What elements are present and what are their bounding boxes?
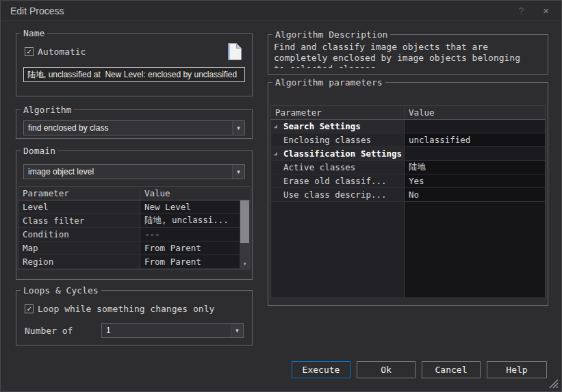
check-icon: ✓ xyxy=(27,305,31,313)
algorithm-description-text: Find and classify image objects that are… xyxy=(274,42,531,68)
resize-grip[interactable] xyxy=(549,379,559,389)
empty-parameter-column xyxy=(271,202,405,298)
name-row: ✓ Automatic xyxy=(25,42,245,61)
parameter-cell: Map xyxy=(18,241,140,255)
domain-group: Domain image object level ▼ Parameter Va… xyxy=(16,146,253,280)
group-header-cell: ◢ Search Settings xyxy=(271,120,405,133)
table-row[interactable]: Use class descrip... No xyxy=(271,188,545,202)
table-row[interactable]: Condition --- xyxy=(18,228,240,241)
titlebar[interactable]: Edit Process ? × xyxy=(1,1,561,21)
check-icon: ✓ xyxy=(27,48,31,55)
parameter-cell: Level xyxy=(18,200,140,214)
chevron-down-icon: ▼ xyxy=(231,324,243,337)
name-group-label: Name xyxy=(21,28,47,38)
expand-triangle-icon[interactable]: ◢ xyxy=(274,151,281,157)
number-of-row: Number of 1 ▼ xyxy=(25,323,244,338)
domain-table-header: Parameter Value xyxy=(18,187,250,200)
description-group-label: Algorithm Description xyxy=(272,29,390,40)
help-icon[interactable]: ? xyxy=(518,5,524,16)
empty-value-column xyxy=(405,202,545,298)
column-header-parameter: Parameter xyxy=(18,187,140,200)
value-cell: --- xyxy=(140,228,240,241)
scroll-down-icon: ▼ xyxy=(243,261,246,267)
table-row[interactable]: Enclosing classes unclassified xyxy=(271,133,545,147)
process-name-input[interactable] xyxy=(23,67,245,82)
group-header-label: Search Settings xyxy=(283,121,361,131)
domain-table-body: Level New Level Class filter 陆地, unclass… xyxy=(18,200,250,269)
number-of-select[interactable]: 1 ▼ xyxy=(101,323,244,338)
name-group: Name ✓ Automatic xyxy=(16,28,253,96)
parameters-table-header: Parameter Value xyxy=(271,106,545,120)
number-of-label: Number of xyxy=(25,326,101,336)
help-button[interactable]: Help xyxy=(487,361,547,378)
algorithm-select[interactable]: find enclosed by class ▼ xyxy=(23,120,245,135)
domain-select[interactable]: image object level ▼ xyxy=(23,164,245,179)
vertical-scrollbar[interactable]: ▼ xyxy=(240,200,250,269)
value-cell: 陆地 xyxy=(405,161,545,174)
parameter-cell: Class filter xyxy=(18,214,140,228)
domain-group-label: Domain xyxy=(21,146,58,156)
parameter-cell: Condition xyxy=(18,228,140,241)
algorithm-group-label: Algorithm xyxy=(21,105,74,115)
loop-checkbox[interactable]: ✓ Loop while something changes only xyxy=(25,304,244,314)
parameter-cell: Active classes xyxy=(271,161,405,174)
parameters-table: Parameter Value ◢ Search Settings Enclos… xyxy=(270,105,546,298)
algorithm-description-group: Algorithm Description Find and classify … xyxy=(268,29,548,75)
loops-group: Loops & Cycles ✓ Loop while something ch… xyxy=(16,285,253,345)
value-cell: 陆地, unclassi... xyxy=(140,214,240,228)
parameter-cell: Region xyxy=(18,255,140,269)
number-of-value: 1 xyxy=(102,324,231,337)
value-cell xyxy=(405,120,545,133)
value-cell: No xyxy=(405,188,545,202)
ok-button[interactable]: Ok xyxy=(357,361,416,378)
parameter-cell: Enclosing classes xyxy=(271,133,405,147)
domain-selected-value: image object level xyxy=(24,165,232,179)
scrollbar-thumb[interactable] xyxy=(240,200,249,243)
algorithm-group: Algorithm find enclosed by class ▼ xyxy=(16,105,253,139)
chevron-down-icon: ▼ xyxy=(232,165,244,179)
group-header-label: Classification Settings xyxy=(283,148,402,159)
loops-group-label: Loops & Cycles xyxy=(21,285,101,296)
titlebar-buttons: ? × xyxy=(518,5,549,16)
loop-label: Loop while something changes only xyxy=(38,304,214,314)
value-cell: From Parent xyxy=(140,255,240,269)
cancel-button[interactable]: Cancel xyxy=(422,361,481,378)
parameter-cell: Erase old classif... xyxy=(271,174,405,188)
button-row: Execute Ok Cancel Help xyxy=(292,361,547,378)
table-row[interactable]: Map From Parent xyxy=(18,241,240,255)
table-row[interactable]: Class filter 陆地, unclassi... xyxy=(18,214,240,228)
window-title: Edit Process xyxy=(10,5,64,16)
automatic-checkbox[interactable]: ✓ Automatic xyxy=(25,47,86,57)
parameters-table-empty-area xyxy=(271,202,545,298)
parameters-group-label: Algorithm parameters xyxy=(272,77,385,88)
checkbox-box: ✓ xyxy=(25,304,34,313)
table-row[interactable]: Level New Level xyxy=(18,200,240,214)
value-cell: unclassified xyxy=(405,133,545,147)
column-header-value: Value xyxy=(405,106,545,120)
table-row[interactable]: Erase old classif... Yes xyxy=(271,174,545,188)
param-group-row[interactable]: ◢ Classification Settings xyxy=(271,147,545,161)
value-cell: New Level xyxy=(140,200,240,214)
column-header-value: Value xyxy=(140,187,250,200)
column-header-parameter: Parameter xyxy=(271,106,405,120)
close-icon[interactable]: × xyxy=(543,5,549,16)
table-row[interactable]: Active classes 陆地 xyxy=(271,161,545,174)
table-row[interactable]: Region From Parent xyxy=(18,255,240,269)
value-cell: Yes xyxy=(405,174,545,188)
scroll-down-button[interactable]: ▼ xyxy=(240,259,250,269)
algorithm-selected-value: find enclosed by class xyxy=(24,121,232,135)
execute-button[interactable]: Execute xyxy=(292,361,350,378)
expand-triangle-icon[interactable]: ◢ xyxy=(274,123,281,129)
domain-table-rows: Level New Level Class filter 陆地, unclass… xyxy=(18,200,240,269)
automatic-label: Automatic xyxy=(38,47,86,57)
checkbox-box: ✓ xyxy=(25,47,34,56)
param-group-row[interactable]: ◢ Search Settings xyxy=(271,120,545,133)
value-cell xyxy=(405,147,545,161)
edit-process-dialog: Edit Process ? × Name ✓ Automatic Algori xyxy=(0,0,562,392)
value-cell: From Parent xyxy=(140,241,240,255)
algorithm-parameters-group: Algorithm parameters Parameter Value ◢ S… xyxy=(268,77,548,306)
group-header-cell: ◢ Classification Settings xyxy=(271,147,405,161)
parameter-cell: Use class descrip... xyxy=(271,188,405,202)
domain-table: Parameter Value Level New Level Class fi… xyxy=(18,186,251,270)
document-icon[interactable] xyxy=(227,42,242,61)
